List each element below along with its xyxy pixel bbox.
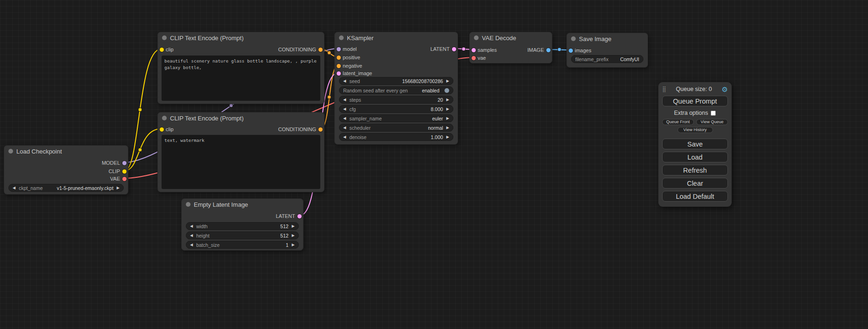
vae-output-port[interactable] — [122, 177, 127, 181]
arrow-right-icon[interactable]: ▶ — [292, 243, 295, 247]
node-header[interactable]: CLIP Text Encode (Prompt) — [158, 32, 324, 43]
drag-handle-icon[interactable]: ⣿ — [662, 86, 666, 92]
arrow-left-icon[interactable]: ◀ — [190, 234, 193, 238]
latent-image-input-port[interactable] — [337, 71, 341, 76]
latent-output-port[interactable] — [297, 214, 302, 218]
collapse-dot-icon[interactable] — [162, 35, 167, 40]
collapse-dot-icon[interactable] — [8, 149, 13, 154]
arrow-left-icon[interactable]: ◀ — [343, 98, 346, 102]
extra-options-checkbox[interactable] — [711, 111, 716, 116]
widget-seed[interactable]: ◀ seed 156680208700286 ▶ — [339, 77, 453, 85]
node-ksampler[interactable]: KSampler model LATENT positive negative … — [334, 32, 458, 145]
node-clip-text-encode-negative[interactable]: CLIP Text Encode (Prompt) clip CONDITION… — [157, 112, 325, 192]
link-midpoint-dot[interactable] — [327, 51, 331, 55]
node-header[interactable]: Save Image — [567, 33, 648, 44]
widget-cfg[interactable]: ◀ cfg 8.000 ▶ — [339, 105, 453, 113]
collapse-dot-icon[interactable] — [339, 35, 344, 40]
image-output-port[interactable] — [546, 48, 550, 52]
node-save-image[interactable]: Save Image images filename_prefix ComfyU… — [566, 33, 648, 68]
widget-width[interactable]: ◀ width 512 ▶ — [186, 222, 299, 230]
toggle-knob-icon[interactable] — [445, 88, 449, 93]
arrow-left-icon[interactable]: ◀ — [343, 126, 346, 130]
port-label: model — [343, 45, 357, 53]
queue-prompt-button[interactable]: Queue Prompt — [662, 96, 728, 106]
link-clip-positive[interactable] — [125, 49, 161, 171]
node-header[interactable]: VAE Decode — [470, 32, 552, 43]
collapse-dot-icon[interactable] — [162, 116, 167, 120]
settings-gear-icon[interactable]: ⚙ — [722, 86, 728, 93]
node-clip-text-encode-positive[interactable]: CLIP Text Encode (Prompt) clip CONDITION… — [157, 32, 325, 104]
samples-input-port[interactable] — [472, 48, 476, 52]
refresh-button[interactable]: Refresh — [662, 165, 728, 175]
queue-front-button[interactable]: Queue Front — [662, 119, 694, 125]
load-button[interactable]: Load — [662, 152, 728, 162]
link-midpoint-dot[interactable] — [327, 95, 331, 99]
collapse-dot-icon[interactable] — [571, 36, 576, 41]
arrow-left-icon[interactable]: ◀ — [190, 224, 193, 228]
view-queue-button[interactable]: View Queue — [696, 119, 728, 125]
widget-prompt-text[interactable]: text, watermark — [162, 135, 320, 189]
port-label: LATENT — [430, 45, 450, 53]
link-midpoint-dot[interactable] — [138, 108, 142, 112]
node-header[interactable]: Load Checkpoint — [4, 146, 128, 157]
arrow-right-icon[interactable]: ▶ — [446, 98, 449, 102]
node-load-checkpoint[interactable]: Load Checkpoint MODEL CLIP VAE ◀ ckpt_na… — [4, 145, 128, 195]
node-empty-latent-image[interactable]: Empty Latent Image LATENT ◀ width 512 ▶ … — [181, 198, 303, 251]
view-history-button[interactable]: View History — [677, 127, 713, 133]
conditioning-output-port[interactable] — [318, 48, 323, 52]
clip-input-port[interactable] — [160, 48, 164, 52]
clip-input-port[interactable] — [160, 127, 164, 132]
clip-output-port[interactable] — [122, 169, 127, 174]
arrow-left-icon[interactable]: ◀ — [343, 107, 346, 111]
widget-denoise[interactable]: ◀ denoise 1.000 ▶ — [339, 133, 453, 141]
widget-value: 1.000 — [431, 134, 443, 140]
arrow-right-icon[interactable]: ▶ — [117, 186, 120, 190]
widget-height[interactable]: ◀ height 512 ▶ — [186, 231, 299, 239]
node-vae-decode[interactable]: VAE Decode samples IMAGE vae — [469, 32, 552, 63]
arrow-right-icon[interactable]: ▶ — [446, 126, 449, 130]
model-input-port[interactable] — [337, 47, 341, 51]
widget-batch-size[interactable]: ◀ batch_size 1 ▶ — [186, 241, 299, 249]
arrow-left-icon[interactable]: ◀ — [13, 186, 15, 190]
link-midpoint-dot[interactable] — [557, 48, 561, 51]
arrow-right-icon[interactable]: ▶ — [446, 117, 449, 120]
graph-canvas[interactable]: { "colors": { "model": "#B39DDB", "clip"… — [0, 0, 868, 329]
widget-ckpt-name[interactable]: ◀ ckpt_name v1-5-pruned-emaonly.ckpt ▶ — [8, 184, 124, 192]
negative-input-port[interactable] — [337, 64, 341, 68]
arrow-left-icon[interactable]: ◀ — [343, 135, 346, 139]
link-midpoint-dot[interactable] — [229, 104, 233, 107]
vae-input-port[interactable] — [472, 56, 476, 60]
save-button[interactable]: Save — [662, 139, 728, 149]
arrow-right-icon[interactable]: ▶ — [292, 224, 295, 228]
link-clip-negative[interactable] — [125, 129, 161, 171]
arrow-left-icon[interactable]: ◀ — [190, 243, 193, 247]
node-header[interactable]: KSampler — [335, 32, 458, 43]
clear-button[interactable]: Clear — [662, 178, 728, 189]
arrow-right-icon[interactable]: ▶ — [446, 79, 449, 83]
model-output-port[interactable] — [122, 161, 127, 165]
load-default-button[interactable]: Load Default — [662, 191, 728, 202]
port-row: clip CONDITIONING — [158, 126, 324, 133]
node-header[interactable]: CLIP Text Encode (Prompt) — [158, 112, 324, 124]
arrow-left-icon[interactable]: ◀ — [343, 117, 346, 120]
widget-prompt-text[interactable]: beautiful scenery nature glass bottle la… — [162, 56, 320, 101]
node-header[interactable]: Empty Latent Image — [182, 199, 303, 210]
images-input-port[interactable] — [569, 49, 573, 53]
queue-menu-panel[interactable]: ⣿ Queue size: 0 ⚙ Queue Prompt Extra opt… — [658, 82, 732, 207]
widget-sampler-name[interactable]: ◀ sampler_name euler ▶ — [339, 114, 453, 122]
latent-output-port[interactable] — [452, 47, 456, 51]
arrow-right-icon[interactable]: ▶ — [446, 107, 449, 111]
widget-random-seed-toggle[interactable]: Random seed after every gen enabled — [339, 86, 453, 94]
positive-input-port[interactable] — [337, 56, 341, 60]
arrow-left-icon[interactable]: ◀ — [343, 79, 346, 83]
widget-steps[interactable]: ◀ steps 20 ▶ — [339, 96, 453, 104]
collapse-dot-icon[interactable] — [474, 35, 479, 40]
link-midpoint-dot[interactable] — [462, 47, 466, 51]
widget-filename-prefix[interactable]: filename_prefix ComfyUI — [571, 55, 643, 63]
arrow-right-icon[interactable]: ▶ — [446, 135, 449, 139]
conditioning-output-port[interactable] — [318, 127, 323, 132]
collapse-dot-icon[interactable] — [186, 202, 191, 207]
link-midpoint-dot[interactable] — [138, 148, 142, 152]
widget-scheduler[interactable]: ◀ scheduler normal ▶ — [339, 124, 453, 132]
arrow-right-icon[interactable]: ▶ — [292, 234, 295, 238]
